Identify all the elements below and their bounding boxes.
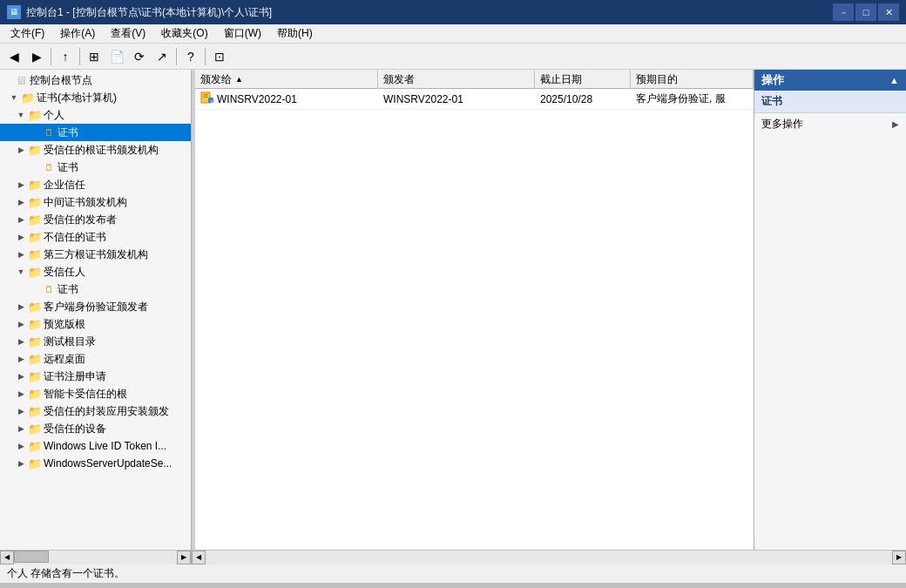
menu-window[interactable]: 窗口(W) — [217, 24, 268, 43]
tree-label-trusted-people-certs: 证书 — [57, 282, 78, 297]
scroll-list-left-arrow[interactable]: ◀ — [192, 551, 206, 564]
menu-file[interactable]: 文件(F) — [3, 24, 51, 43]
actions-header: 操作 ▲ — [754, 70, 906, 91]
tree-label-trusted-devices: 受信任的设备 — [44, 422, 106, 436]
tree-label-trusted-people: 受信任人 — [44, 265, 85, 280]
folder-icon-certs-local: 📁 — [21, 91, 35, 105]
tree-item-test-root[interactable]: ▶ 📁 测试根目录 — [0, 333, 191, 350]
tree-item-trusted-root-certs[interactable]: 🗒 证书 — [0, 159, 191, 176]
status-text: 个人 存储含有一个证书。 — [7, 566, 125, 581]
actions-section-cert: 证书 — [754, 91, 906, 113]
tree-label-personal-certs: 证书 — [57, 125, 78, 140]
cell-expiry-row1: 2025/10/28 — [535, 89, 631, 110]
maximize-button[interactable]: □ — [855, 3, 876, 21]
expand-icon-trusted-people: ▼ — [14, 265, 28, 279]
tree-item-untrusted[interactable]: ▶ 📁 不信任的证书 — [0, 228, 191, 246]
tree-item-certs-local[interactable]: ▼ 📁 证书(本地计算机) — [0, 89, 191, 106]
scroll-right-arrow[interactable]: ▶ — [177, 551, 191, 564]
cell-issued-to-row1: ✓ WINSRV2022-01 — [195, 89, 378, 110]
cert-row-icon-row1: ✓ — [200, 91, 214, 107]
new-window-button[interactable]: ⊞ — [84, 46, 105, 67]
menu-help[interactable]: 帮助(H) — [270, 24, 320, 43]
tree-item-cert-enrollment[interactable]: ▶ 📁 证书注册申请 — [0, 368, 191, 385]
menu-view[interactable]: 查看(V) — [104, 24, 152, 43]
tree-item-personal-certs[interactable]: 🗒 证书 — [0, 124, 191, 141]
folder-icon-trusted-devices: 📁 — [28, 422, 42, 436]
tree-label-trusted-packaged: 受信任的封装应用安装颁发 — [44, 404, 169, 419]
refresh-button[interactable]: ⟳ — [129, 46, 150, 67]
back-button[interactable]: ◀ — [3, 46, 24, 67]
tree-item-third-party[interactable]: ▶ 📁 第三方根证书颁发机构 — [0, 246, 191, 263]
expand-icon-third-party: ▶ — [14, 247, 28, 261]
tree-item-trusted-root[interactable]: ▶ 📁 受信任的根证书颁发机构 — [0, 141, 191, 159]
tree-label-third-party: 第三方根证书颁发机构 — [44, 247, 148, 262]
scroll-list-right-arrow[interactable]: ▶ — [892, 551, 906, 564]
tree-item-trusted-packaged[interactable]: ▶ 📁 受信任的封装应用安装颁发 — [0, 402, 191, 420]
folder-icon-windows-live: 📁 — [28, 439, 42, 453]
expand-icon-trusted-devices: ▶ — [14, 422, 28, 436]
col-header-issued-by[interactable]: 颁发者 — [378, 70, 535, 89]
folder-icon-test-root: 📁 — [28, 335, 42, 348]
expand-icon-untrusted: ▶ — [14, 230, 28, 244]
tree-item-smart-card[interactable]: ▶ 📁 智能卡受信任的根 — [0, 385, 191, 402]
col-label-issued-to: 颁发给 — [200, 72, 232, 87]
close-button[interactable]: ✕ — [878, 3, 899, 21]
tree-item-root[interactable]: 🖥 控制台根节点 — [0, 71, 191, 89]
title-bar-controls: － □ ✕ — [833, 3, 899, 21]
tree-item-enterprise[interactable]: ▶ 📁 企业信任 — [0, 176, 191, 193]
properties-button[interactable]: ⊡ — [209, 46, 230, 67]
expand-icon-certs-local: ▼ — [7, 91, 21, 105]
list-row[interactable]: ✓ WINSRV2022-01 WINSRV2022-01 2025/10/28… — [195, 89, 754, 110]
list-header: 颁发给 ▲ 颁发者 截止日期 预期目的 — [195, 70, 754, 89]
tree-item-trusted-people[interactable]: ▼ 📁 受信任人 — [0, 263, 191, 280]
actions-title: 操作 — [761, 72, 784, 88]
tree-item-windows-server-update[interactable]: ▶ 📁 WindowsServerUpdateSe... — [0, 455, 191, 472]
actions-item-more-arrow: ▶ — [892, 119, 899, 129]
main-content: 🖥 控制台根节点 ▼ 📁 证书(本地计算机) ▼ 📁 个人 🗒 证书 ▶ — [0, 70, 906, 550]
tree-label-root: 控制台根节点 — [30, 73, 92, 88]
actions-panel: 操作 ▲ 证书 更多操作 ▶ — [754, 70, 906, 550]
tree-item-intermediate[interactable]: ▶ 📁 中间证书颁发机构 — [0, 193, 191, 211]
actions-collapse-arrow[interactable]: ▲ — [889, 75, 899, 85]
folder-icon-trusted-publisher: 📁 — [28, 213, 42, 226]
help-button[interactable]: ? — [180, 46, 201, 67]
cell-purpose-row1: 客户端身份验证, 服 — [631, 89, 754, 110]
export-button[interactable]: ↗ — [152, 46, 172, 67]
folder-icon-personal: 📁 — [28, 108, 42, 122]
forward-button[interactable]: ▶ — [26, 46, 47, 67]
tree-item-remote-desktop[interactable]: ▶ 📁 远程桌面 — [0, 350, 191, 368]
menu-favorites[interactable]: 收藏夹(O) — [154, 24, 214, 43]
expand-icon-personal-certs — [28, 125, 42, 139]
tree-label-trusted-publisher: 受信任的发布者 — [44, 213, 117, 227]
tree-item-trusted-publisher[interactable]: ▶ 📁 受信任的发布者 — [0, 211, 191, 228]
tree-item-windows-live[interactable]: ▶ 📁 Windows Live ID Token I... — [0, 437, 191, 455]
tree-item-trusted-devices[interactable]: ▶ 📁 受信任的设备 — [0, 420, 191, 437]
up-button[interactable]: ↑ — [55, 46, 76, 67]
col-header-issued-to[interactable]: 颁发给 ▲ — [195, 70, 378, 89]
folder-icon-preview: 📁 — [28, 317, 42, 331]
expand-icon-personal: ▼ — [14, 108, 28, 122]
tree-item-trusted-people-certs[interactable]: 🗒 证书 — [0, 280, 191, 298]
expand-icon-smart-card: ▶ — [14, 387, 28, 401]
actions-item-more[interactable]: 更多操作 ▶ — [754, 113, 906, 134]
folder-icon-remote-desktop: 📁 — [28, 352, 42, 366]
scroll-thumb-left[interactable] — [14, 551, 49, 563]
expand-icon-windows-live: ▶ — [14, 439, 28, 453]
tree-item-personal[interactable]: ▼ 📁 个人 — [0, 106, 191, 124]
tree-label-remote-desktop: 远程桌面 — [44, 352, 85, 367]
tree-label-intermediate: 中间证书颁发机构 — [44, 195, 127, 210]
bottom-scroll-area: ◀ ▶ ◀ ▶ — [0, 550, 906, 564]
expand-icon-windows-server-update: ▶ — [14, 456, 28, 470]
col-label-expiry: 截止日期 — [540, 72, 582, 87]
col-header-expiry[interactable]: 截止日期 — [535, 70, 631, 89]
scroll-left-arrow[interactable]: ◀ — [0, 551, 14, 564]
col-header-purpose[interactable]: 预期目的 — [631, 70, 754, 89]
tree-label-personal: 个人 — [44, 108, 64, 123]
tree-item-preview[interactable]: ▶ 📁 预览版根 — [0, 315, 191, 333]
tree-label-untrusted: 不信任的证书 — [44, 230, 106, 245]
menu-action[interactable]: 操作(A) — [53, 24, 102, 43]
minimize-button[interactable]: － — [833, 3, 854, 21]
tree-item-client-auth[interactable]: ▶ 📁 客户端身份验证颁发者 — [0, 298, 191, 315]
new-page-button[interactable]: 📄 — [106, 46, 127, 67]
folder-icon-enterprise: 📁 — [28, 178, 42, 192]
